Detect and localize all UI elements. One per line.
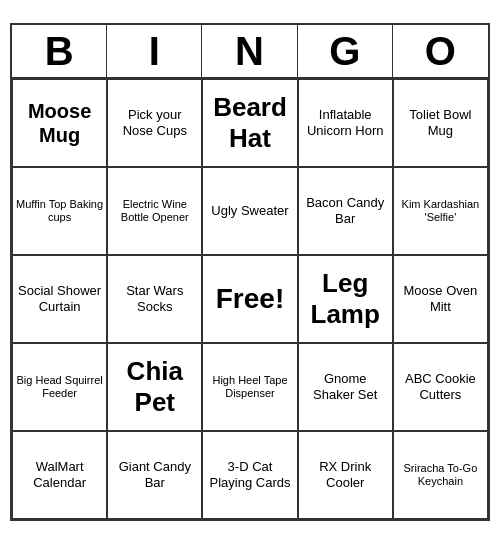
bingo-card: BINGO Moose MugPick your Nose CupsBeard … bbox=[10, 23, 490, 521]
bingo-cell-7: Ugly Sweater bbox=[202, 167, 297, 255]
bingo-cell-14: Moose Oven Mitt bbox=[393, 255, 488, 343]
bingo-cell-12: Free! bbox=[202, 255, 297, 343]
bingo-cell-1: Pick your Nose Cups bbox=[107, 79, 202, 167]
bingo-cell-13: Leg Lamp bbox=[298, 255, 393, 343]
bingo-letter-g: G bbox=[298, 25, 393, 77]
bingo-cell-6: Electric Wine Bottle Opener bbox=[107, 167, 202, 255]
bingo-letter-n: N bbox=[202, 25, 297, 77]
bingo-letter-i: I bbox=[107, 25, 202, 77]
bingo-cell-15: Big Head Squirrel Feeder bbox=[12, 343, 107, 431]
bingo-cell-3: Inflatable Unicorn Horn bbox=[298, 79, 393, 167]
bingo-cell-8: Bacon Candy Bar bbox=[298, 167, 393, 255]
bingo-cell-2: Beard Hat bbox=[202, 79, 297, 167]
bingo-letter-o: O bbox=[393, 25, 488, 77]
bingo-cell-22: 3-D Cat Playing Cards bbox=[202, 431, 297, 519]
bingo-cell-24: Sriracha To-Go Keychain bbox=[393, 431, 488, 519]
bingo-cell-23: RX Drink Cooler bbox=[298, 431, 393, 519]
bingo-cell-20: WalMart Calendar bbox=[12, 431, 107, 519]
bingo-cell-11: Star Wars Socks bbox=[107, 255, 202, 343]
bingo-cell-9: Kim Kardashian 'Selfie' bbox=[393, 167, 488, 255]
bingo-letter-b: B bbox=[12, 25, 107, 77]
bingo-cell-5: Muffin Top Baking cups bbox=[12, 167, 107, 255]
bingo-grid: Moose MugPick your Nose CupsBeard HatInf… bbox=[12, 79, 488, 519]
bingo-cell-17: High Heel Tape Dispenser bbox=[202, 343, 297, 431]
bingo-cell-0: Moose Mug bbox=[12, 79, 107, 167]
bingo-cell-19: ABC Cookie Cutters bbox=[393, 343, 488, 431]
bingo-header: BINGO bbox=[12, 25, 488, 79]
bingo-cell-10: Social Shower Curtain bbox=[12, 255, 107, 343]
bingo-cell-4: Toliet Bowl Mug bbox=[393, 79, 488, 167]
bingo-cell-16: Chia Pet bbox=[107, 343, 202, 431]
bingo-cell-18: Gnome Shaker Set bbox=[298, 343, 393, 431]
bingo-cell-21: Giant Candy Bar bbox=[107, 431, 202, 519]
